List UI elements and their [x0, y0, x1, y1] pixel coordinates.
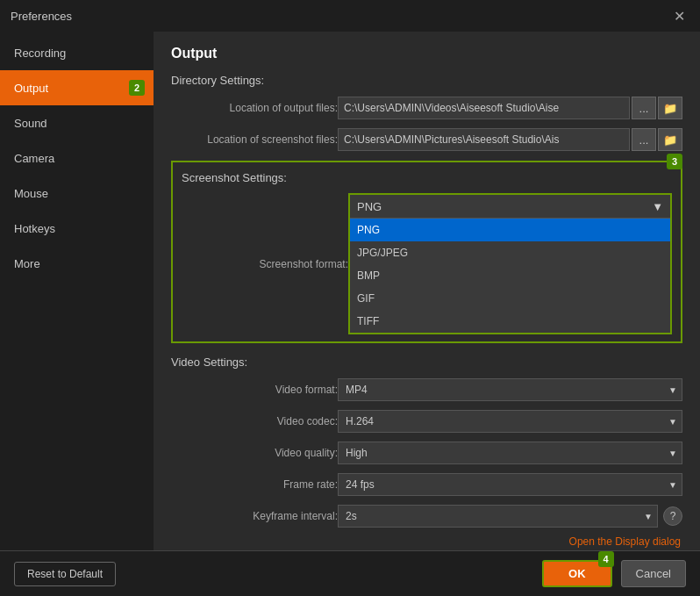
cancel-button[interactable]: Cancel: [621, 560, 686, 587]
screenshot-section-title: Screenshot Settings:: [182, 171, 672, 184]
preferences-window: Preferences ✕ Recording Output 2 Sound C…: [0, 0, 700, 596]
footer: Reset to Default 4 OK Cancel: [0, 550, 700, 596]
dropdown-option-bmp[interactable]: BMP: [350, 264, 670, 287]
window-title: Preferences: [11, 10, 72, 23]
sidebar-item-hotkeys[interactable]: Hotkeys: [0, 211, 154, 246]
sidebar-item-label: Mouse: [14, 187, 48, 200]
video-section-title: Video Settings:: [171, 355, 682, 369]
keyframe-help-button[interactable]: ?: [663, 506, 682, 526]
video-codec-select-wrap: H.264 ▼: [338, 410, 682, 433]
screenshot-files-label: Location of screenshot files:: [171, 133, 338, 146]
output-files-label: Location of output files:: [171, 102, 338, 114]
output-badge: 2: [129, 80, 145, 96]
output-files-row: Location of output files: ... 📁: [171, 96, 682, 120]
footer-buttons: 4 OK Cancel: [542, 560, 686, 587]
keyframe-select-wrap: 2s ▼: [338, 505, 658, 528]
dropdown-option-tiff[interactable]: TIFF: [350, 310, 670, 333]
video-format-select-wrap: MP4 ▼: [338, 378, 682, 401]
screenshot-format-label: Screenshot format:: [182, 258, 348, 270]
sidebar-item-label: Recording: [14, 47, 66, 60]
frame-rate-select[interactable]: 24 fps: [338, 473, 682, 496]
dropdown-header[interactable]: PNG ▼: [350, 195, 670, 218]
video-codec-select[interactable]: H.264: [338, 410, 682, 433]
video-format-select[interactable]: MP4: [338, 378, 682, 401]
screenshot-files-input-group: ... 📁: [338, 128, 682, 151]
keyframe-row: Keyframe interval: 2s ▼ ?: [171, 504, 682, 528]
screenshot-files-row: Location of screenshot files: ... 📁: [171, 127, 682, 152]
sidebar-item-mouse[interactable]: Mouse: [0, 176, 154, 211]
video-quality-select[interactable]: High: [338, 442, 682, 464]
video-format-row: Video format: MP4 ▼: [171, 377, 682, 402]
screenshot-format-row: Screenshot format: PNG ▼ PNG JPG/J: [182, 193, 672, 334]
frame-rate-row: Frame rate: 24 fps ▼: [171, 472, 682, 497]
output-folder-button[interactable]: 📁: [658, 97, 682, 119]
video-codec-row: Video codec: H.264 ▼: [171, 409, 682, 434]
video-quality-select-wrap: High ▼: [338, 442, 682, 464]
frame-rate-label: Frame rate:: [171, 478, 338, 491]
screenshot-dots-button[interactable]: ...: [632, 128, 656, 151]
sidebar: Recording Output 2 Sound Camera Mouse Ho…: [0, 32, 154, 550]
title-bar: Preferences ✕: [0, 0, 700, 32]
close-button[interactable]: ✕: [668, 5, 689, 26]
keyframe-label: Keyframe interval:: [171, 510, 338, 522]
screenshot-settings-badge: 3: [667, 154, 682, 169]
content-area: Output Directory Settings: Location of o…: [154, 32, 700, 550]
screenshot-settings-container: Screenshot Settings: Screenshot format: …: [171, 161, 682, 343]
folder-icon: 📁: [663, 133, 677, 147]
screenshot-format-dropdown: PNG ▼ PNG JPG/JPEG BMP GIF TIFF: [348, 193, 672, 334]
dropdown-options-list: PNG JPG/JPEG BMP GIF TIFF: [350, 218, 670, 333]
dropdown-option-jpg[interactable]: JPG/JPEG: [350, 241, 670, 264]
dropdown-option-png[interactable]: PNG: [350, 219, 670, 241]
directory-section-title: Directory Settings:: [171, 74, 682, 87]
frame-rate-select-wrap: 24 fps ▼: [338, 473, 682, 496]
chevron-down-icon: ▼: [652, 200, 663, 213]
keyframe-select[interactable]: 2s: [338, 505, 658, 528]
sidebar-item-label: Sound: [14, 117, 47, 130]
sidebar-item-sound[interactable]: Sound: [0, 105, 154, 140]
sidebar-item-label: Output: [14, 82, 48, 95]
display-dialog-link[interactable]: Open the Display dialog: [569, 535, 681, 548]
folder-icon: 📁: [663, 102, 677, 115]
output-dots-button[interactable]: ...: [632, 97, 656, 119]
ok-button-wrap: 4 OK: [542, 560, 612, 587]
screenshot-folder-button[interactable]: 📁: [658, 128, 682, 151]
sidebar-item-label: Camera: [14, 152, 54, 165]
output-files-input[interactable]: [338, 97, 630, 119]
sidebar-item-label: Hotkeys: [14, 222, 55, 235]
sidebar-item-output[interactable]: Output 2: [0, 70, 154, 105]
video-settings-section: Video Settings: Video format: MP4 ▼ Vide…: [171, 355, 682, 548]
sidebar-item-camera[interactable]: Camera: [0, 140, 154, 176]
sidebar-item-label: More: [14, 257, 40, 270]
video-quality-label: Video quality:: [171, 447, 338, 459]
main-area: Recording Output 2 Sound Camera Mouse Ho…: [0, 32, 700, 550]
video-quality-row: Video quality: High ▼: [171, 441, 682, 465]
sidebar-item-more[interactable]: More: [0, 246, 154, 281]
video-format-label: Video format:: [171, 384, 338, 396]
display-dialog-link-row: Open the Display dialog: [171, 535, 682, 548]
screenshot-files-input[interactable]: [338, 128, 630, 151]
dropdown-selected-value: PNG: [357, 200, 382, 213]
page-title: Output: [171, 46, 682, 61]
screenshot-settings-box: Screenshot Settings: Screenshot format: …: [171, 161, 682, 343]
ok-badge: 4: [598, 551, 614, 567]
sidebar-item-recording[interactable]: Recording: [0, 35, 154, 70]
video-codec-label: Video codec:: [171, 415, 338, 427]
reset-to-default-button[interactable]: Reset to Default: [14, 562, 116, 586]
dropdown-option-gif[interactable]: GIF: [350, 287, 670, 310]
output-files-input-group: ... 📁: [338, 97, 682, 119]
screenshot-format-select-wrap: PNG ▼ PNG JPG/JPEG BMP GIF TIFF: [348, 193, 672, 334]
